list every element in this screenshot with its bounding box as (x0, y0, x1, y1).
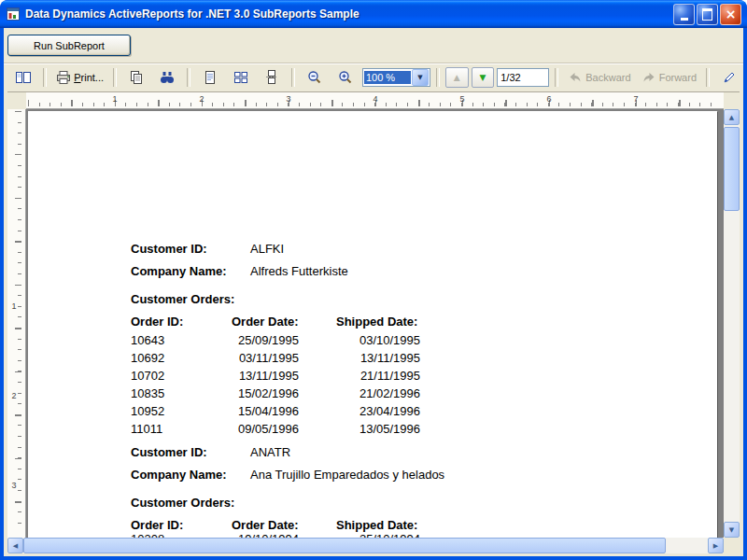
ruler-number: 2 (197, 94, 206, 104)
titlebar[interactable]: Data Dynamics ActiveReports for .NET 3.0… (0, 0, 747, 28)
toc-toggle-button[interactable] (9, 66, 37, 89)
zoom-out-button[interactable] (301, 66, 329, 89)
horizontal-ruler: 1 2 3 4 5 6 7 (26, 92, 724, 109)
previous-page-button[interactable]: ▲ (445, 67, 469, 88)
ruler-number: 5 (458, 94, 467, 104)
customer-orders-line: Customer Orders: (28, 292, 717, 307)
shipped-date-header: Shipped Date: (336, 315, 417, 329)
order-date-header: Order Date: (232, 518, 299, 532)
scroll-left-button[interactable]: ◀ (7, 538, 23, 553)
scroll-up-button[interactable]: ▲ (724, 109, 740, 125)
copy-button[interactable] (122, 66, 150, 89)
maximize-button[interactable] (697, 4, 718, 25)
up-arrow-icon: ▲ (454, 73, 460, 82)
zoom-value: 100 % (364, 71, 411, 84)
order-id-cell: 11011 (131, 422, 162, 436)
client-area: Run SubReport Print... (4, 28, 743, 556)
minimize-icon (681, 18, 688, 21)
ruler-number: 2 (9, 391, 19, 400)
order-id-header: Order ID: (131, 518, 183, 532)
toolbar-separator (291, 68, 295, 87)
shipped-date-cell: 21/11/1995 (317, 369, 420, 383)
shipped-date-cell: 23/04/1996 (317, 404, 420, 418)
customer-id-label: Customer ID: (131, 445, 207, 459)
backward-arrow-icon (568, 70, 582, 85)
page-number-input[interactable] (497, 68, 549, 87)
company-name-line: Company Name: Alfreds Futterkiste (28, 264, 717, 279)
zoom-combobox[interactable]: 100 % ▼ (362, 68, 430, 87)
pencil-icon (722, 70, 737, 85)
annotations-button[interactable] (715, 66, 743, 89)
report-page: Customer ID: ALFKI Company Name: Alfreds… (28, 111, 717, 538)
close-icon: × (726, 7, 737, 21)
zoom-in-icon (338, 70, 353, 85)
scrollbar-corner (724, 538, 740, 553)
chevron-down-icon: ▼ (417, 74, 422, 81)
vertical-scroll-thumb[interactable] (724, 127, 740, 211)
ruler-number: 7 (631, 94, 641, 104)
multi-page-view-button[interactable] (227, 66, 255, 89)
shipped-date-cell: 21/02/1996 (317, 386, 420, 400)
company-name-value: Ana Trujillo Emparedados y helados (250, 468, 444, 482)
report-viewer: 1 2 3 4 5 6 7 1 2 3 Customer ID: ALFKI (7, 91, 740, 553)
order-date-header: Order Date: (232, 315, 299, 329)
order-date-cell: 25/09/1995 (196, 333, 299, 347)
company-name-label: Company Name: (131, 468, 227, 482)
horizontal-scrollbar[interactable]: ◀ ▶ (7, 538, 724, 553)
shipped-date-cell: 03/10/1995 (317, 333, 420, 347)
toolbar-separator (113, 68, 117, 87)
continuous-view-button[interactable] (258, 66, 286, 89)
toolbar-separator (43, 68, 47, 87)
run-subreport-button[interactable]: Run SubReport (7, 35, 131, 56)
print-button[interactable]: Print... (52, 66, 107, 89)
right-arrow-icon: ▶ (713, 542, 718, 550)
toolbar-separator (436, 68, 440, 87)
ruler-number: 6 (544, 94, 554, 104)
shipped-date-header: Shipped Date: (336, 518, 417, 532)
shipped-date-cell: 13/05/1996 (317, 422, 420, 436)
printer-icon (56, 70, 70, 85)
toolbar-separator (555, 68, 558, 87)
vertical-ruler: 1 2 3 (7, 109, 26, 538)
order-id-cell: 10702 (131, 369, 164, 383)
zoom-dropdown-button[interactable]: ▼ (412, 69, 429, 86)
up-arrow-icon: ▲ (729, 114, 734, 121)
ruler-corner (7, 92, 26, 109)
app-window: Data Dynamics ActiveReports for .NET 3.0… (0, 0, 747, 560)
shipped-date-cell: 13/11/1995 (317, 351, 420, 365)
continuous-pages-icon (264, 70, 279, 85)
toolbar-separator (187, 68, 190, 87)
horizontal-scroll-thumb[interactable] (23, 538, 666, 553)
close-button[interactable]: × (720, 4, 741, 25)
scroll-right-button[interactable]: ▶ (708, 538, 724, 553)
ruler-number: 3 (9, 481, 19, 490)
order-date-cell: 09/05/1996 (196, 422, 299, 436)
customer-id-value: ANATR (250, 445, 290, 459)
order-row: 10835 15/02/1996 21/02/1996 (28, 386, 717, 401)
order-id-cell: 10952 (131, 404, 164, 418)
single-page-view-button[interactable] (196, 66, 224, 89)
order-row: 10692 03/11/1995 13/11/1995 (28, 351, 717, 366)
next-page-button[interactable]: ▼ (472, 67, 495, 88)
binoculars-icon (160, 70, 175, 85)
zoom-in-button[interactable] (331, 66, 359, 89)
order-date-cell: 03/11/1995 (196, 351, 299, 365)
vertical-scrollbar[interactable]: ▲ ▼ (724, 109, 740, 538)
order-date-cell: 15/02/1996 (196, 386, 299, 400)
down-arrow-icon: ▼ (729, 526, 734, 534)
customer-id-line: Customer ID: ALFKI (28, 242, 717, 257)
app-icon (6, 7, 21, 21)
scrollbar-top-gap (724, 92, 740, 109)
ruler-number: 3 (284, 94, 293, 104)
scroll-down-button[interactable]: ▼ (724, 522, 740, 538)
ruler-number: 4 (371, 94, 380, 104)
order-id-cell: 10643 (131, 333, 164, 347)
minimize-button[interactable] (673, 4, 695, 25)
forward-button[interactable]: Forward (638, 66, 700, 89)
print-label: Print... (74, 72, 104, 83)
order-id-cell: 10692 (131, 351, 164, 365)
backward-button[interactable]: Backward (564, 66, 634, 89)
find-button[interactable] (153, 66, 181, 89)
copy-icon (129, 70, 144, 85)
customer-id-line: Customer ID: ANATR (28, 445, 717, 460)
